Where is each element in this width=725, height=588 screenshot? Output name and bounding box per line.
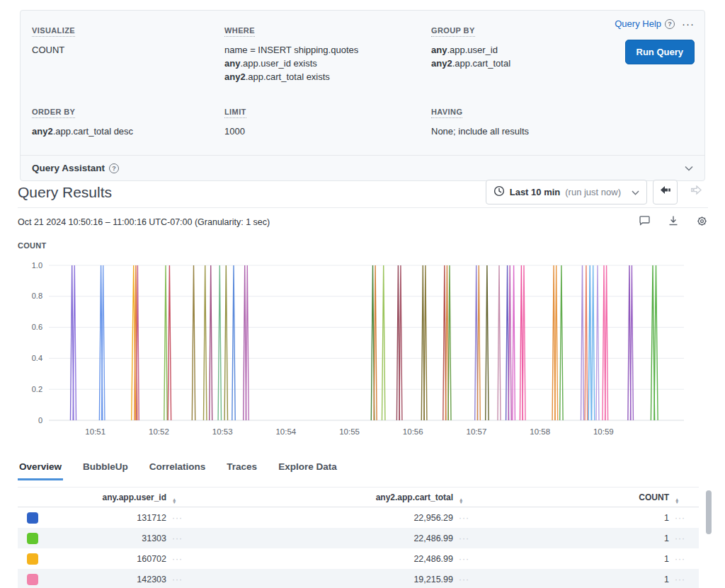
table-row[interactable]: 142303···19,215.99···1··· [18, 569, 699, 588]
cell-cart-total: 22,486.99 [188, 554, 453, 564]
count-spike [374, 265, 377, 420]
cell-overflow-menu[interactable]: ··· [166, 534, 188, 543]
count-spike [232, 265, 235, 420]
table-scrollbar[interactable] [706, 490, 712, 534]
sort-icon[interactable]: ▲▼ [172, 498, 176, 504]
cell-cart-total: 22,486.99 [188, 534, 453, 543]
column-header-cart-total[interactable]: any2.app.cart_total [188, 492, 453, 502]
column-header-user-id[interactable]: any.app.user_id [46, 492, 166, 502]
table-header-row: any.app.user_id▲▼any2.app.cart_total▲▼CO… [18, 487, 699, 507]
clause-value: COUNT [32, 43, 224, 57]
count-spike [448, 265, 451, 420]
count-spike [204, 265, 207, 420]
count-spike [168, 265, 171, 420]
clause-label: ORDER BY [32, 108, 75, 118]
cell-cart-total: 22,956.29 [188, 513, 453, 523]
cell-count: 1 [474, 554, 669, 564]
tab-traces[interactable]: Traces [225, 457, 258, 480]
arrow-back-icon [659, 185, 672, 200]
count-spike [246, 265, 249, 420]
query-help-link[interactable]: Query Help ? [615, 18, 675, 29]
clause-label: WHERE [224, 26, 255, 37]
cell-overflow-menu[interactable]: ··· [453, 534, 474, 543]
cell-count: 1 [474, 534, 669, 543]
cell-overflow-menu[interactable]: ··· [669, 513, 690, 523]
count-spike-chart[interactable]: 1.00.80.60.40.2010:5110:5210:5310:5410:5… [18, 251, 708, 444]
cell-overflow-menu[interactable]: ··· [453, 513, 474, 523]
count-spike [588, 265, 591, 420]
cell-overflow-menu[interactable]: ··· [166, 554, 188, 564]
x-axis-tick: 10:58 [530, 427, 550, 436]
page-title: Query Results [18, 184, 112, 201]
cell-user-id: 31303 [46, 534, 166, 543]
cell-overflow-menu[interactable]: ··· [669, 575, 690, 584]
count-spike [164, 265, 167, 420]
clause-value: name = INSERT shipping.quotes [224, 43, 431, 57]
cell-cart-total: 19,215.99 [188, 575, 453, 584]
cell-overflow-menu[interactable]: ··· [669, 554, 690, 564]
clause-label: LIMIT [224, 108, 246, 118]
tab-correlations[interactable]: Correlations [148, 457, 207, 480]
x-axis-tick: 10:53 [212, 427, 233, 436]
results-chart[interactable]: COUNT 1.00.80.60.40.2010:5110:5210:5310:… [18, 241, 708, 446]
count-spike [560, 265, 563, 420]
run-query-button[interactable]: Run Query [625, 40, 695, 64]
query-clause-visualize[interactable]: VISUALIZECOUNT [32, 23, 224, 83]
cell-overflow-menu[interactable]: ··· [453, 554, 474, 564]
tab-explore-data[interactable]: Explore Data [277, 457, 338, 480]
x-axis-tick: 10:57 [467, 427, 487, 436]
query-help-label: Query Help [615, 18, 661, 29]
query-overflow-menu[interactable]: ··· [682, 18, 695, 30]
clause-label: GROUP BY [431, 26, 475, 37]
cell-overflow-menu[interactable]: ··· [166, 513, 188, 523]
sort-icon[interactable]: ▲▼ [459, 498, 463, 504]
table-row[interactable]: 131712···22,956.29···1··· [18, 507, 699, 528]
time-range-note: (run just now) [565, 187, 621, 197]
cell-user-id: 142303 [46, 575, 166, 584]
count-spike [137, 265, 139, 420]
comment-icon[interactable] [639, 215, 651, 229]
series-color-swatch [27, 533, 38, 544]
count-spike [102, 265, 105, 420]
column-header-count[interactable]: COUNT [474, 492, 669, 502]
cell-overflow-menu[interactable]: ··· [669, 534, 690, 543]
table-row[interactable]: 31303···22,486.99···1··· [18, 528, 699, 548]
cell-overflow-menu[interactable]: ··· [166, 575, 188, 584]
query-clause-where[interactable]: WHEREname = INSERT shipping.quotesany.ap… [224, 23, 431, 83]
results-tabbar: OverviewBubbleUpCorrelationsTracesExplor… [18, 457, 708, 480]
query-clauses: VISUALIZECOUNTWHEREname = INSERT shippin… [32, 23, 693, 155]
query-clause-limit[interactable]: LIMIT1000 [224, 105, 431, 138]
x-axis-tick: 10:59 [593, 427, 614, 436]
results-table: any.app.user_id▲▼any2.app.cart_total▲▼CO… [18, 487, 699, 588]
chart-y-axis-title: COUNT [18, 241, 708, 250]
time-range-label: Last 10 min [510, 187, 561, 197]
time-range-selector[interactable]: Last 10 min (run just now) [486, 180, 647, 204]
count-spike [477, 265, 480, 420]
gear-icon[interactable] [696, 215, 708, 230]
tab-bubbleup[interactable]: BubbleUp [81, 457, 130, 480]
table-row[interactable]: 160702···22,486.99···1··· [18, 548, 699, 569]
series-color-swatch [27, 512, 38, 524]
count-spike [585, 265, 588, 420]
chevron-down-icon[interactable] [685, 163, 693, 173]
query-clause-having[interactable]: HAVINGNone; include all results [431, 105, 693, 138]
cell-overflow-menu[interactable]: ··· [453, 575, 474, 584]
query-clause-order-by[interactable]: ORDER BYany2.app.cart_total desc [32, 105, 224, 138]
cell-count: 1 [474, 513, 669, 523]
count-spike [508, 265, 511, 420]
clause-value: any.app.user_id exists [224, 57, 431, 70]
clause-value: any2.app.cart_total exists [224, 70, 431, 83]
y-axis-tick: 0.2 [32, 385, 42, 393]
count-spike [555, 265, 558, 420]
chevron-down-icon [632, 188, 639, 197]
y-axis-tick: 0.8 [32, 292, 42, 300]
x-axis-tick: 10:51 [85, 427, 105, 436]
sort-icon[interactable]: ▲▼ [675, 498, 679, 504]
x-axis-tick: 10:56 [403, 427, 423, 436]
tab-overview[interactable]: Overview [18, 457, 63, 480]
y-axis-tick: 0 [38, 416, 42, 425]
assistant-question-icon: ? [109, 163, 119, 173]
download-icon[interactable] [668, 215, 679, 229]
previous-query-button[interactable] [653, 180, 678, 204]
clause-label: VISUALIZE [32, 26, 75, 37]
